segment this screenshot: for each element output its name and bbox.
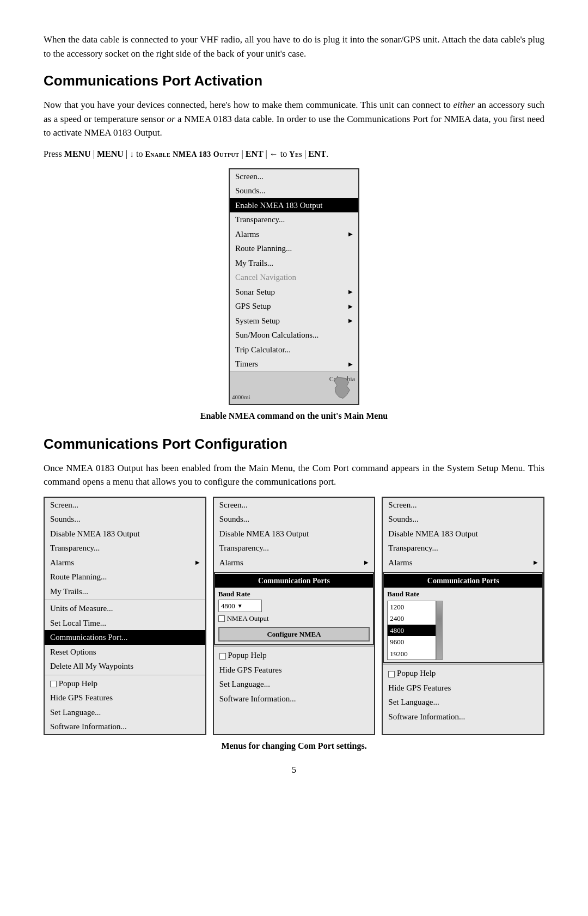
nmea-check-row-center: NMEA Output: [215, 612, 373, 625]
left-comm-port: Communications Port...: [45, 630, 205, 645]
baud-2400[interactable]: 2400: [388, 613, 436, 625]
main-menu-box: Screen... Sounds... Enable NMEA 183 Outp…: [229, 168, 359, 405]
right-transparency: Transparency...: [383, 541, 543, 555]
menu-item-gps-setup: GPS Setup: [230, 299, 358, 314]
three-screenshots-row: Screen... Sounds... Disable NMEA 183 Out…: [44, 497, 544, 735]
left-sounds: Sounds...: [45, 512, 205, 527]
baud-9600[interactable]: 9600: [388, 636, 436, 648]
left-divider1: [45, 600, 205, 600]
left-reset-options: Reset Options: [45, 645, 205, 659]
center-sounds: Sounds...: [214, 512, 375, 527]
left-my-trails: My Trails...: [45, 584, 205, 599]
page-number: 5: [44, 764, 544, 777]
left-alarms: Alarms: [45, 555, 205, 570]
baud-list: 1200 2400 4800 9600 19200: [387, 601, 436, 661]
right-popup-checkbox: [388, 671, 395, 677]
center-divider: [214, 646, 375, 647]
left-transparency: Transparency...: [45, 541, 205, 555]
menu-item-enable-nmea: Enable NMEA 183 Output: [230, 198, 358, 213]
section1-heading: Communications Port Activation: [44, 70, 544, 91]
dropdown-arrow-center: ▼: [237, 602, 243, 610]
section1-body: Now that you have your devices connected…: [44, 98, 544, 140]
baud-list-wrap: 1200 2400 4800 9600 19200: [387, 601, 539, 661]
section2-body: Once NMEA 0183 Output has been enabled f…: [44, 461, 544, 489]
map-km: 4000mi: [232, 393, 250, 402]
left-software-info: Software Information...: [45, 719, 205, 734]
center-popup-help: Popup Help: [214, 648, 375, 663]
menu-item-sunmoon: Sun/Moon Calculations...: [230, 328, 358, 343]
baud-current-value: 4800: [221, 601, 235, 612]
baud-label-right: Baud Rate: [384, 588, 542, 600]
right-software-info: Software Information...: [383, 710, 543, 724]
bottom-caption: Menus for changing Com Port settings.: [44, 740, 544, 753]
left-popup-help: Popup Help: [45, 676, 205, 691]
right-alarms: Alarms: [383, 555, 543, 570]
left-delete-waypoints: Delete All My Waypoints: [45, 659, 205, 674]
center-software-info: Software Information...: [214, 692, 375, 706]
menu-caption: Enable NMEA command on the unit's Main M…: [44, 410, 544, 423]
menu-map: Colombia 4000mi: [230, 371, 358, 404]
left-divider2: [45, 675, 205, 675]
baud-dropdown-center[interactable]: 4800 ▼: [218, 600, 262, 613]
baud-list-scrollbar[interactable]: [436, 601, 443, 661]
menu-item-sounds: Sounds...: [230, 184, 358, 198]
menu-item-timers: Timers: [230, 357, 358, 371]
menu-item-route-planning: Route Planning...: [230, 241, 358, 256]
menu-center-box: Screen... Sounds... Disable NMEA 183 Out…: [213, 497, 376, 735]
center-set-lang: Set Language...: [214, 677, 375, 692]
menu-item-system-setup: System Setup: [230, 314, 358, 328]
menu-item-my-trails: My Trails...: [230, 256, 358, 271]
center-popup-checkbox: [219, 653, 226, 659]
left-units: Units of Measure...: [45, 601, 205, 616]
map-shape-svg: [331, 376, 353, 401]
com-ports-title-center: Communication Ports: [215, 574, 373, 588]
left-route-planning: Route Planning...: [45, 570, 205, 584]
press-instruction: Press MENU | MENU | ↓ to Enable NMEA 183…: [44, 148, 544, 161]
menu-item-trip-calc: Trip Calculator...: [230, 343, 358, 357]
menu-item-sonar-setup: Sonar Setup: [230, 285, 358, 300]
right-screen: Screen...: [383, 498, 543, 512]
baud-value-row-center: 4800 ▼: [215, 600, 373, 613]
baud-label-center: Baud Rate: [215, 588, 373, 600]
right-popup-help: Popup Help: [383, 666, 543, 681]
right-divider: [383, 664, 543, 665]
center-screen: Screen...: [214, 498, 375, 512]
configure-nmea-button[interactable]: Configure NMEA: [218, 627, 370, 642]
left-set-lang: Set Language...: [45, 705, 205, 720]
left-hide-gps: Hide GPS Features: [45, 691, 205, 705]
menu-item-screen: Screen...: [230, 169, 358, 184]
center-disable-nmea: Disable NMEA 183 Output: [214, 527, 375, 541]
nmea-output-checkbox: [218, 615, 225, 622]
menu-item-transparency: Transparency...: [230, 212, 358, 227]
intro-paragraph: When the data cable is connected to your…: [44, 33, 544, 60]
right-sounds: Sounds...: [383, 512, 543, 527]
right-set-lang: Set Language...: [383, 695, 543, 710]
com-ports-title-right: Communication Ports: [384, 574, 542, 588]
popup-help-checkbox: [50, 681, 57, 687]
com-ports-dialog-right: Communication Ports Baud Rate 1200 2400 …: [383, 572, 543, 663]
right-disable-nmea: Disable NMEA 183 Output: [383, 527, 543, 541]
center-hide-gps: Hide GPS Features: [214, 663, 375, 677]
menu-left-box: Screen... Sounds... Disable NMEA 183 Out…: [44, 497, 206, 735]
baud-19200[interactable]: 19200: [388, 648, 436, 660]
section2-heading: Communications Port Configuration: [44, 433, 544, 455]
left-screen: Screen...: [45, 498, 205, 512]
menu-right-box: Screen... Sounds... Disable NMEA 183 Out…: [382, 497, 544, 735]
left-local-time: Set Local Time...: [45, 616, 205, 631]
baud-list-container: 1200 2400 4800 9600 19200: [384, 600, 542, 662]
center-transparency: Transparency...: [214, 541, 375, 555]
left-disable-nmea: Disable NMEA 183 Output: [45, 527, 205, 541]
main-menu-screenshot: Screen... Sounds... Enable NMEA 183 Outp…: [44, 168, 544, 405]
menu-item-alarms: Alarms: [230, 227, 358, 242]
baud-1200[interactable]: 1200: [388, 601, 436, 613]
nmea-output-label: NMEA Output: [227, 613, 269, 624]
com-ports-dialog-center: Communication Ports Baud Rate 4800 ▼ NME…: [214, 572, 375, 645]
center-alarms: Alarms: [214, 555, 375, 570]
right-hide-gps: Hide GPS Features: [383, 681, 543, 695]
menu-item-cancel-nav: Cancel Navigation: [230, 270, 358, 285]
baud-4800[interactable]: 4800: [388, 625, 436, 637]
